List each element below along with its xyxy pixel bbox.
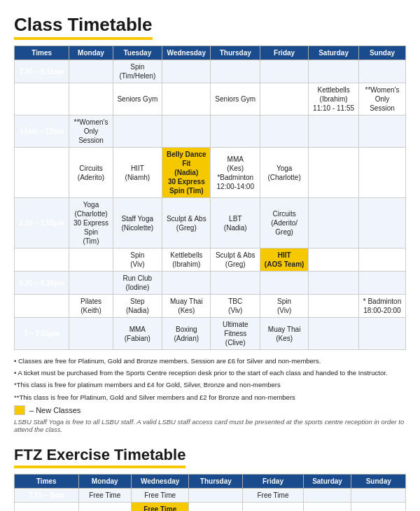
class-cell <box>358 198 405 248</box>
class-cell <box>162 83 211 115</box>
class-cell: Ultimate Fitness (Clive) <box>211 318 260 350</box>
class-cell <box>69 60 113 83</box>
class-cell: Pilates (Keith) <box>69 295 113 318</box>
time-cell: 6.10 – 6.55pm <box>15 295 69 318</box>
class-cell <box>309 272 359 295</box>
note-item: • Classes are free for Platinum, Gold an… <box>14 356 406 366</box>
table-row: 12.10 – 12.55pmCircuits (Aderito)HIIT (N… <box>15 148 406 198</box>
class-cell <box>358 60 405 83</box>
class-cell <box>309 60 359 83</box>
class-cell <box>309 115 359 148</box>
column-header: Thursday <box>189 474 243 488</box>
ftz-cell <box>189 502 243 511</box>
class-cell <box>260 60 309 83</box>
time-cell: 7.15 – 9am <box>15 488 79 502</box>
class-cell: Spin (Viv) <box>260 295 309 318</box>
class-cell: Step (Nadia) <box>113 295 162 318</box>
ftz-timetable-title: FTZ Exercise Timetable <box>14 446 186 468</box>
ftz-cell <box>189 488 243 502</box>
class-cell <box>260 83 309 115</box>
class-cell <box>211 272 260 295</box>
class-cell <box>358 272 405 295</box>
class-cell: Circuits (Aderito/ Greg) <box>260 198 309 248</box>
class-cell: Yoga (Charlotte) <box>260 148 309 198</box>
class-cell <box>69 318 113 350</box>
class-cell: HIIT (Niamh) <box>113 148 162 198</box>
ftz-cell <box>351 488 406 502</box>
class-cell: MMA (Fabian) <box>113 318 162 350</box>
class-cell <box>358 148 405 198</box>
class-cell <box>69 272 113 295</box>
column-header: Tuesday <box>113 46 162 60</box>
ftz-cell <box>303 488 351 502</box>
table-row: 7.15 – 9amFree TimeFree TimeFree Time <box>15 488 406 502</box>
column-header: Friday <box>243 474 303 488</box>
table-row: 9.30 – 10.30amSeniors GymSeniors GymKett… <box>15 83 406 115</box>
legend-row: – New Classes <box>14 405 406 415</box>
table-row: 11am – 12pm**Women's Only Session <box>15 115 406 148</box>
class-cell: Boxing (Adrian) <box>162 318 211 350</box>
class-cell: Muay Thai (Kes) <box>162 295 211 318</box>
class-cell <box>162 115 211 148</box>
class-cell: Kettlebells (Ibrahim) <box>162 248 211 272</box>
column-header: Saturday <box>309 46 359 60</box>
time-cell: 11am – 12pm <box>15 115 69 148</box>
time-cell: 7 – 7.55pm <box>15 318 69 350</box>
class-cell: **Women's Only Session <box>358 83 405 115</box>
class-cell: Spin (Viv) <box>113 248 162 272</box>
class-cell <box>162 272 211 295</box>
class-cell: Staff Yoga (Nicolette) <box>113 198 162 248</box>
column-header: Sunday <box>351 474 406 488</box>
class-cell <box>358 318 405 350</box>
time-cell: 5.30 – 6.30pm <box>15 272 69 295</box>
table-row: 7 – 7.55pmMMA (Fabian)Boxing (Adrian)Ult… <box>15 318 406 350</box>
legend-color-box <box>14 405 25 415</box>
class-cell: Spin (Tim/Helen) <box>113 60 162 83</box>
column-header: Friday <box>260 46 309 60</box>
time-cell: 12 – 12.55pm <box>15 502 79 511</box>
table-row: 6.10 – 6.55pmPilates (Keith)Step (Nadia)… <box>15 295 406 318</box>
class-cell: Seniors Gym <box>113 83 162 115</box>
column-header: Monday <box>78 474 131 488</box>
class-cell: MMA (Kes) *Badminton 12:00-14:00 <box>211 148 260 198</box>
class-cell: TBC (Viv) <box>211 295 260 318</box>
class-cell <box>260 115 309 148</box>
time-cell: 1.10 – 1.55pm <box>15 198 69 248</box>
class-cell: Circuits (Aderito) <box>69 148 113 198</box>
class-cell: Belly Dance Fit (Nadia) 30 Express Spin … <box>162 148 211 198</box>
table-row: 5.10 – 5.55pmSpin (Viv)Kettlebells (Ibra… <box>15 248 406 272</box>
time-cell: 12.10 – 12.55pm <box>15 148 69 198</box>
class-cell: **Women's Only Session <box>69 115 113 148</box>
italic-note: LSBU Staff Yoga is free to all LSBU staf… <box>14 418 406 433</box>
class-cell <box>69 248 113 272</box>
table-row: 5.30 – 6.30pmRun Club (Iodine) <box>15 272 406 295</box>
class-cell <box>211 115 260 148</box>
class-cell <box>309 198 359 248</box>
class-cell: HIIT (AOS Team) <box>260 248 309 272</box>
ftz-cell <box>243 502 303 511</box>
table-row: 12 – 12.55pmFree Time <box>15 502 406 511</box>
class-cell: Run Club (Iodine) <box>113 272 162 295</box>
class-cell: Kettlebells (Ibrahim) 11:10 - 11:55 <box>309 83 359 115</box>
class-cell <box>162 60 211 83</box>
class-cell <box>309 295 359 318</box>
class-cell: * Badminton 18:00-20:00 <box>358 295 405 318</box>
note-item: *This class is free for platinum members… <box>14 379 406 390</box>
class-cell: Sculpt & Abs (Greg) <box>162 198 211 248</box>
class-cell <box>260 272 309 295</box>
class-notes: • Classes are free for Platinum, Gold an… <box>14 356 406 402</box>
ftz-cell: Free Time <box>131 488 188 502</box>
class-cell: LBT (Nadia) <box>211 198 260 248</box>
column-header: Wednesday <box>131 474 188 488</box>
time-cell: 5.10 – 5.55pm <box>15 248 69 272</box>
note-item: • A ticket must be purchased from the Sp… <box>14 368 406 378</box>
class-cell <box>113 115 162 148</box>
table-row: 7.30 – 8.15amSpin (Tim/Helen) <box>15 60 406 83</box>
ftz-cell <box>303 502 351 511</box>
ftz-cell: Free Time <box>243 488 303 502</box>
class-cell <box>69 83 113 115</box>
column-header: Times <box>15 46 69 60</box>
class-timetable-title: Class Timetable <box>14 14 153 40</box>
class-cell <box>309 248 359 272</box>
ftz-cell <box>351 502 406 511</box>
